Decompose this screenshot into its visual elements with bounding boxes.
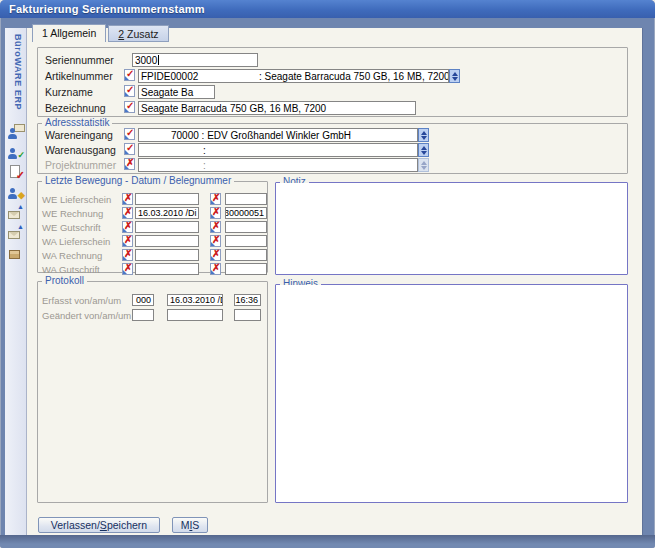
bewegung-date-field[interactable]	[135, 221, 199, 233]
bewegung-date-cross-icon[interactable]: ✗	[122, 249, 133, 261]
bewegung-beleg-cross-icon[interactable]: ✗	[210, 193, 221, 205]
mis-button[interactable]: MIS	[172, 517, 208, 533]
erfasst-user-value: 000	[136, 295, 151, 305]
red-check-glyph: ✓	[16, 170, 25, 181]
window-title: Fakturierung Seriennummernstamm	[9, 3, 205, 15]
bewegung-date-field[interactable]	[135, 235, 199, 247]
bewegung-date-field[interactable]	[135, 263, 199, 275]
seriennummer-input[interactable]: 3000	[132, 53, 258, 67]
geaendert-time-field[interactable]	[234, 309, 261, 321]
wareneingang-value: 70000 : EDV Großhandel Winkler GmbH	[141, 130, 351, 141]
bewegung-beleg-cross-icon[interactable]: ✗	[210, 221, 221, 233]
user-package-icon[interactable]: ◆	[7, 184, 25, 200]
seriennummer-label: Seriennummer	[45, 54, 114, 66]
cross-glyph: ✗	[212, 248, 220, 260]
cross-glyph: ✗	[124, 206, 132, 218]
cross-glyph: ✗	[124, 192, 132, 204]
bewegung-beleg-cross-icon[interactable]: ✗	[210, 235, 221, 247]
sidebar-toolbar: ✓ ✓ ◆ ▲ ▲	[5, 124, 27, 260]
spin-down-icon	[421, 151, 427, 155]
geaendert-user-field[interactable]	[132, 309, 154, 321]
contact-card-icon[interactable]	[7, 124, 25, 140]
envelope-shape	[8, 211, 20, 219]
user-check-icon[interactable]: ✓	[7, 144, 25, 160]
spin-down-icon	[452, 77, 458, 81]
tab-allgemein[interactable]: 1 Allgemein	[32, 24, 106, 42]
app-sidebar: BüroWARE ERP ✓ ✓ ◆ ▲	[5, 28, 27, 535]
tab-zusatz-label: Zusatz	[124, 28, 158, 40]
warenausgang-check-icon[interactable]: ✓	[124, 143, 135, 155]
artikelnummer-spinner[interactable]	[449, 69, 460, 83]
warenausgang-spinner[interactable]	[418, 143, 429, 157]
warenausgang-label: Warenausgang	[45, 144, 116, 156]
check-glyph: ✓	[126, 84, 134, 96]
window-titlebar[interactable]: Fakturierung Seriennummernstamm	[0, 0, 655, 18]
mail-send-icon[interactable]: ▲	[7, 204, 25, 220]
geaendert-date-field[interactable]	[167, 309, 223, 321]
warenausgang-combo[interactable]: :	[138, 143, 418, 157]
check-glyph: ✓	[126, 142, 134, 154]
cross-glyph: ✗	[126, 157, 134, 169]
bewegung-date-cross-icon[interactable]: ✗	[122, 221, 133, 233]
spin-down-icon	[421, 166, 427, 170]
bewegung-row-label: WE Gutschrift	[42, 222, 101, 233]
bewegung-beleg-cross-icon[interactable]: ✗	[210, 249, 221, 261]
protokoll-title: Protokoll	[42, 275, 87, 286]
notiz-textarea[interactable]	[276, 183, 627, 274]
bewegung-beleg-field[interactable]	[225, 249, 267, 261]
bewegung-date-field[interactable]: 16.03.2010 /Di	[135, 207, 199, 219]
up-arrow-glyph: ▲	[17, 223, 24, 230]
bewegung-beleg-value: 30000051	[225, 208, 264, 218]
hinweis-textarea[interactable]	[276, 285, 627, 502]
bewegung-beleg-field[interactable]	[225, 263, 267, 275]
bezeichnung-check-icon[interactable]: ✓	[124, 101, 135, 113]
kurzname-label: Kurzname	[45, 86, 93, 98]
person-shape	[8, 188, 18, 199]
wareneingang-check-icon[interactable]: ✓	[124, 128, 135, 140]
artikelnummer-combo[interactable]: FPIDE00002 : Seagate Barracuda 750 GB, 1…	[138, 69, 449, 83]
tab-allgemein-label: 1 Allgemein	[42, 27, 96, 39]
package-icon[interactable]	[7, 244, 25, 260]
projektnummer-cross-icon[interactable]: ✗	[124, 158, 135, 170]
envelope-shape	[8, 231, 20, 239]
erfasst-label: Erfasst von/am/um	[42, 295, 121, 306]
erfasst-time-field[interactable]: 16:36	[234, 294, 261, 306]
kurzname-check-icon[interactable]: ✓	[124, 85, 135, 97]
artikelnummer-desc: : Seagate Barracuda 750 GB, 16 MB, 7200	[259, 71, 449, 82]
bewegung-date-value: 16.03.2010 /Di	[138, 208, 197, 218]
bewegung-beleg-cross-icon[interactable]: ✗	[210, 207, 221, 219]
up-arrow-glyph: ▲	[17, 203, 24, 210]
verlassen-speichern-button[interactable]: Verlassen/Speichern	[38, 517, 160, 533]
bewegung-date-cross-icon[interactable]: ✗	[122, 207, 133, 219]
bezeichnung-label: Bezeichnung	[45, 102, 106, 114]
green-check-glyph: ✓	[17, 151, 25, 160]
bewegung-beleg-field[interactable]	[225, 193, 267, 205]
adressstatistik-title: Adressstatistik	[42, 117, 112, 128]
bezeichnung-input[interactable]: Seagate Barracuda 750 GB, 16 MB, 7200	[138, 101, 416, 115]
wareneingang-combo[interactable]: 70000 : EDV Großhandel Winkler GmbH	[138, 128, 418, 142]
bewegung-date-cross-icon[interactable]: ✗	[122, 193, 133, 205]
erfasst-user-field[interactable]: 000	[132, 294, 154, 306]
bewegung-date-cross-icon[interactable]: ✗	[122, 263, 133, 275]
wareneingang-spinner[interactable]	[418, 128, 429, 142]
check-glyph: ✓	[126, 68, 134, 80]
bewegung-row-label: WA Lieferschein	[42, 236, 110, 247]
task-check-icon[interactable]: ✓	[7, 164, 25, 180]
cross-glyph: ✗	[212, 206, 220, 218]
mail-receive-icon[interactable]: ▲	[7, 224, 25, 240]
bewegung-date-cross-icon[interactable]: ✗	[122, 235, 133, 247]
app-window: Fakturierung Seriennummernstamm BüroWARE…	[0, 0, 655, 548]
box-shape	[9, 250, 20, 259]
bewegung-beleg-cross-icon[interactable]: ✗	[210, 263, 221, 275]
bewegung-date-field[interactable]	[135, 193, 199, 205]
bewegung-beleg-field[interactable]: 30000051	[225, 207, 267, 219]
bewegung-beleg-field[interactable]	[225, 235, 267, 247]
artikelnummer-label: Artikelnummer	[45, 70, 113, 82]
artikelnummer-check-icon[interactable]: ✓	[124, 69, 135, 81]
erfasst-date-field[interactable]: 16.03.2010 /Di	[167, 294, 223, 306]
bewegung-date-field[interactable]	[135, 249, 199, 261]
tab-zusatz[interactable]: 2 Zusatz	[108, 25, 168, 42]
hinweis-groupbox: Hinweis	[275, 284, 628, 503]
kurzname-input[interactable]: Seagate Ba	[138, 85, 215, 99]
bewegung-beleg-field[interactable]	[225, 221, 267, 233]
